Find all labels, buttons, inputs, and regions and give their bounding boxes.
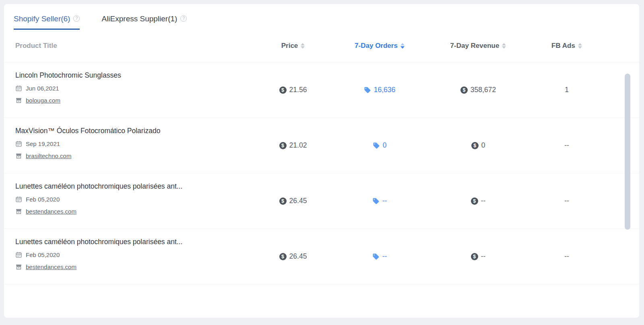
sort-icon[interactable] xyxy=(301,43,305,49)
price-value: 21.02 xyxy=(289,141,307,150)
dollar-icon: $ xyxy=(471,253,478,260)
orders-value: 16,636 xyxy=(374,86,396,94)
tab-aliexpress-supplier[interactable]: AliExpress Supplier(1) ? xyxy=(101,14,187,30)
column-header-7day-revenue[interactable]: 7-Day Revenue xyxy=(430,42,526,50)
store-domain-link[interactable]: bestendances.com xyxy=(26,263,76,270)
sort-icon[interactable] xyxy=(502,43,506,49)
store-icon xyxy=(15,97,22,104)
calendar-icon xyxy=(15,196,22,203)
launch-date: Feb 05,2020 xyxy=(26,196,60,203)
price-cell: $ 26.45 xyxy=(257,197,329,205)
revenue-cell: $ -- xyxy=(430,197,526,205)
fb-ads-value: -- xyxy=(564,252,569,261)
tag-icon xyxy=(372,197,380,205)
fb-ads-cell: -- xyxy=(526,197,607,205)
store-row: brasiltechno.com xyxy=(15,152,257,159)
product-title: MaxVision™ Óculos Fotocromático Polariza… xyxy=(15,127,257,135)
revenue-cell: $ -- xyxy=(430,252,526,261)
column-header-price[interactable]: Price xyxy=(257,42,329,50)
tab-bar: Shopify Seller(6) ? AliExpress Supplier(… xyxy=(4,4,639,30)
column-header-fb-ads[interactable]: FB Ads xyxy=(526,42,607,50)
column-header-product-title: Product Title xyxy=(15,42,257,50)
tag-icon xyxy=(372,253,380,260)
table-row: MaxVision™ Óculos Fotocromático Polariza… xyxy=(4,118,639,173)
fb-ads-cell: 1 xyxy=(526,86,607,94)
tag-icon xyxy=(373,142,380,149)
launch-date-row: Jun 06,2021 xyxy=(15,85,257,92)
column-header-7day-orders[interactable]: 7-Day Orders xyxy=(329,42,430,50)
table-row: Lunettes caméléon photochromiques polari… xyxy=(4,173,639,229)
dollar-icon: $ xyxy=(471,142,479,149)
price-value: 26.45 xyxy=(289,252,307,261)
price-cell: $ 26.45 xyxy=(257,252,329,261)
sort-icon[interactable] xyxy=(578,43,582,49)
fb-ads-value: -- xyxy=(564,197,569,205)
orders-cell: -- xyxy=(329,252,430,261)
dollar-icon: $ xyxy=(471,197,478,205)
tag-icon xyxy=(364,86,371,94)
orders-cell: 16,636 xyxy=(329,86,430,94)
revenue-value: 358,672 xyxy=(471,86,496,94)
store-domain-link[interactable]: brasiltechno.com xyxy=(26,152,71,159)
tab-aliexpress-supplier-label: AliExpress Supplier(1) xyxy=(101,14,177,23)
revenue-value: -- xyxy=(481,197,486,205)
product-title: Lunettes caméléon photochromiques polari… xyxy=(15,238,257,246)
store-row: bestendances.com xyxy=(15,263,257,270)
store-icon xyxy=(15,263,22,270)
orders-value: -- xyxy=(382,197,387,205)
store-row: bolouga.com xyxy=(15,97,257,104)
dollar-icon: $ xyxy=(460,86,468,94)
tab-shopify-seller[interactable]: Shopify Seller(6) ? xyxy=(14,14,80,30)
sort-icon-active[interactable] xyxy=(400,43,405,49)
price-cell: $ 21.02 xyxy=(257,141,329,150)
tab-shopify-seller-label: Shopify Seller(6) xyxy=(14,14,70,23)
price-cell: $ 21.56 xyxy=(257,86,329,94)
launch-date-row: Feb 05,2020 xyxy=(15,251,257,258)
calendar-icon xyxy=(15,140,22,147)
dollar-icon: $ xyxy=(279,142,287,149)
product-cell: Lincoln Photochromic Sunglasses Jun 06,2… xyxy=(15,62,257,117)
product-cell: Lunettes caméléon photochromiques polari… xyxy=(15,173,257,228)
product-cell: Lunettes caméléon photochromiques polari… xyxy=(15,229,257,284)
store-domain-link[interactable]: bestendances.com xyxy=(26,208,76,215)
table-row: Lunettes caméléon photochromiques polari… xyxy=(4,229,639,284)
product-cell: MaxVision™ Óculos Fotocromático Polariza… xyxy=(15,118,257,173)
orders-cell: -- xyxy=(329,197,430,205)
dollar-icon: $ xyxy=(279,197,287,205)
revenue-value: -- xyxy=(481,252,486,261)
product-title: Lincoln Photochromic Sunglasses xyxy=(15,71,257,80)
calendar-icon xyxy=(15,251,22,258)
launch-date-row: Feb 05,2020 xyxy=(15,196,257,203)
results-panel: Shopify Seller(6) ? AliExpress Supplier(… xyxy=(4,4,639,318)
store-domain-link[interactable]: bolouga.com xyxy=(26,97,60,104)
calendar-icon xyxy=(15,85,22,92)
fb-ads-value: 1 xyxy=(565,86,569,94)
help-icon[interactable]: ? xyxy=(180,15,187,22)
launch-date: Sep 19,2021 xyxy=(26,140,60,147)
launch-date-row: Sep 19,2021 xyxy=(15,140,257,147)
fb-ads-cell: -- xyxy=(526,141,607,150)
help-icon[interactable]: ? xyxy=(73,15,80,22)
table-row: Lincoln Photochromic Sunglasses Jun 06,2… xyxy=(4,62,639,118)
price-value: 26.45 xyxy=(289,197,307,205)
fb-ads-cell: -- xyxy=(526,252,607,261)
revenue-cell: $ 358,672 xyxy=(430,86,526,94)
launch-date: Jun 06,2021 xyxy=(26,85,59,92)
vertical-scrollbar-thumb[interactable] xyxy=(625,74,630,230)
revenue-cell: $ 0 xyxy=(430,141,526,150)
revenue-value: 0 xyxy=(481,141,485,150)
launch-date: Feb 05,2020 xyxy=(26,251,60,258)
product-title: Lunettes caméléon photochromiques polari… xyxy=(15,182,257,191)
store-icon xyxy=(15,208,22,215)
orders-value: -- xyxy=(382,252,387,261)
price-value: 21.56 xyxy=(289,86,307,94)
dollar-icon: $ xyxy=(279,253,287,260)
table-header: Product Title Price 7-Day Orders 7-Day R… xyxy=(4,30,639,62)
store-icon xyxy=(15,152,22,159)
dollar-icon: $ xyxy=(279,86,287,94)
fb-ads-value: -- xyxy=(564,141,569,150)
orders-cell: 0 xyxy=(329,141,430,150)
store-row: bestendances.com xyxy=(15,208,257,215)
orders-value: 0 xyxy=(383,141,387,150)
